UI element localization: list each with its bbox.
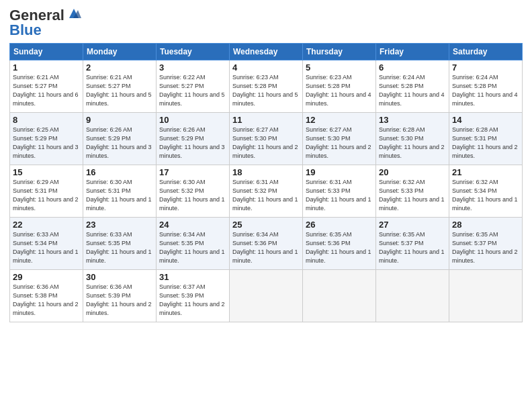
calendar-week-row: 22Sunrise: 6:33 AMSunset: 5:34 PMDayligh…	[10, 218, 523, 270]
calendar-cell	[376, 270, 449, 322]
calendar-cell: 7Sunrise: 6:24 AMSunset: 5:28 PMDaylight…	[449, 60, 523, 113]
day-number: 31	[159, 272, 226, 282]
day-number: 23	[86, 220, 153, 230]
day-number: 25	[232, 220, 300, 230]
day-number: 17	[159, 167, 226, 177]
day-number: 22	[13, 220, 80, 230]
col-tuesday: Tuesday	[157, 44, 230, 60]
calendar-cell: 26Sunrise: 6:35 AMSunset: 5:36 PMDayligh…	[303, 218, 376, 270]
calendar-cell: 21Sunrise: 6:32 AMSunset: 5:34 PMDayligh…	[449, 165, 523, 218]
calendar-cell	[230, 270, 303, 322]
day-number: 5	[306, 62, 373, 73]
day-number: 10	[159, 115, 226, 125]
calendar-cell: 19Sunrise: 6:31 AMSunset: 5:33 PMDayligh…	[303, 165, 376, 218]
day-info: Sunrise: 6:22 AMSunset: 5:27 PMDaylight:…	[159, 73, 226, 108]
day-number: 16	[86, 167, 153, 177]
day-info: Sunrise: 6:25 AMSunset: 5:29 PMDaylight:…	[13, 126, 80, 161]
day-info: Sunrise: 6:33 AMSunset: 5:35 PMDaylight:…	[86, 230, 153, 265]
day-info: Sunrise: 6:27 AMSunset: 5:30 PMDaylight:…	[306, 126, 373, 161]
calendar-cell: 9Sunrise: 6:26 AMSunset: 5:29 PMDaylight…	[83, 113, 157, 165]
calendar-cell: 17Sunrise: 6:30 AMSunset: 5:32 PMDayligh…	[157, 165, 230, 218]
calendar-cell	[303, 270, 376, 322]
calendar-cell: 11Sunrise: 6:27 AMSunset: 5:30 PMDayligh…	[230, 113, 303, 165]
calendar-cell: 15Sunrise: 6:29 AMSunset: 5:31 PMDayligh…	[10, 165, 83, 218]
day-info: Sunrise: 6:34 AMSunset: 5:36 PMDaylight:…	[232, 230, 300, 265]
calendar-cell: 8Sunrise: 6:25 AMSunset: 5:29 PMDaylight…	[10, 113, 83, 165]
calendar-cell: 18Sunrise: 6:31 AMSunset: 5:32 PMDayligh…	[230, 165, 303, 218]
day-info: Sunrise: 6:31 AMSunset: 5:33 PMDaylight:…	[306, 178, 373, 213]
day-info: Sunrise: 6:32 AMSunset: 5:33 PMDaylight:…	[379, 178, 446, 213]
calendar-cell	[449, 270, 523, 322]
day-info: Sunrise: 6:37 AMSunset: 5:39 PMDaylight:…	[159, 283, 226, 318]
day-number: 20	[379, 167, 446, 177]
day-number: 6	[379, 62, 446, 73]
calendar-cell: 20Sunrise: 6:32 AMSunset: 5:33 PMDayligh…	[376, 165, 449, 218]
main-container: General Blue Sunday Monday Tuesday Wedne…	[0, 0, 532, 328]
calendar-cell: 31Sunrise: 6:37 AMSunset: 5:39 PMDayligh…	[157, 270, 230, 322]
calendar-cell: 29Sunrise: 6:36 AMSunset: 5:38 PMDayligh…	[10, 270, 83, 322]
calendar-cell: 25Sunrise: 6:34 AMSunset: 5:36 PMDayligh…	[230, 218, 303, 270]
day-info: Sunrise: 6:21 AMSunset: 5:27 PMDaylight:…	[13, 73, 80, 108]
day-info: Sunrise: 6:32 AMSunset: 5:34 PMDaylight:…	[452, 178, 519, 213]
col-monday: Monday	[83, 44, 157, 60]
calendar-table: Sunday Monday Tuesday Wednesday Thursday…	[9, 43, 523, 322]
day-number: 26	[306, 220, 373, 230]
day-number: 9	[86, 115, 153, 125]
calendar-cell: 24Sunrise: 6:34 AMSunset: 5:35 PMDayligh…	[157, 218, 230, 270]
calendar-week-row: 15Sunrise: 6:29 AMSunset: 5:31 PMDayligh…	[10, 165, 523, 218]
day-number: 1	[13, 62, 80, 73]
day-info: Sunrise: 6:26 AMSunset: 5:29 PMDaylight:…	[159, 126, 226, 161]
page-header: General Blue	[9, 7, 523, 39]
day-info: Sunrise: 6:36 AMSunset: 5:39 PMDaylight:…	[86, 283, 153, 318]
day-number: 24	[159, 220, 226, 230]
day-number: 2	[86, 62, 153, 73]
logo: General Blue	[9, 7, 81, 39]
calendar-cell: 12Sunrise: 6:27 AMSunset: 5:30 PMDayligh…	[303, 113, 376, 165]
calendar-cell: 13Sunrise: 6:28 AMSunset: 5:30 PMDayligh…	[376, 113, 449, 165]
day-number: 11	[232, 115, 300, 125]
day-info: Sunrise: 6:26 AMSunset: 5:29 PMDaylight:…	[86, 126, 153, 161]
calendar-cell: 4Sunrise: 6:23 AMSunset: 5:28 PMDaylight…	[230, 60, 303, 113]
calendar-cell: 27Sunrise: 6:35 AMSunset: 5:37 PMDayligh…	[376, 218, 449, 270]
day-info: Sunrise: 6:24 AMSunset: 5:28 PMDaylight:…	[452, 73, 519, 108]
day-number: 28	[452, 220, 519, 230]
day-number: 7	[452, 62, 519, 73]
calendar-cell: 1Sunrise: 6:21 AMSunset: 5:27 PMDaylight…	[10, 60, 83, 113]
day-info: Sunrise: 6:29 AMSunset: 5:31 PMDaylight:…	[13, 178, 80, 213]
day-info: Sunrise: 6:35 AMSunset: 5:36 PMDaylight:…	[306, 230, 373, 265]
col-wednesday: Wednesday	[230, 44, 303, 60]
day-number: 19	[306, 167, 373, 177]
calendar-week-row: 29Sunrise: 6:36 AMSunset: 5:38 PMDayligh…	[10, 270, 523, 322]
col-friday: Friday	[376, 44, 449, 60]
day-number: 21	[452, 167, 519, 177]
calendar-cell: 30Sunrise: 6:36 AMSunset: 5:39 PMDayligh…	[83, 270, 157, 322]
col-thursday: Thursday	[303, 44, 376, 60]
day-number: 14	[452, 115, 519, 125]
day-info: Sunrise: 6:28 AMSunset: 5:30 PMDaylight:…	[379, 126, 446, 161]
day-number: 29	[13, 272, 80, 282]
day-info: Sunrise: 6:30 AMSunset: 5:32 PMDaylight:…	[159, 178, 226, 213]
day-number: 8	[13, 115, 80, 125]
calendar-week-row: 8Sunrise: 6:25 AMSunset: 5:29 PMDaylight…	[10, 113, 523, 165]
day-number: 27	[379, 220, 446, 230]
calendar-cell: 6Sunrise: 6:24 AMSunset: 5:28 PMDaylight…	[376, 60, 449, 113]
calendar-cell: 28Sunrise: 6:35 AMSunset: 5:37 PMDayligh…	[449, 218, 523, 270]
day-info: Sunrise: 6:33 AMSunset: 5:34 PMDaylight:…	[13, 230, 80, 265]
calendar-cell: 23Sunrise: 6:33 AMSunset: 5:35 PMDayligh…	[83, 218, 157, 270]
col-saturday: Saturday	[449, 44, 523, 60]
calendar-cell: 2Sunrise: 6:21 AMSunset: 5:27 PMDaylight…	[83, 60, 157, 113]
day-info: Sunrise: 6:36 AMSunset: 5:38 PMDaylight:…	[13, 283, 80, 318]
calendar-header-row: Sunday Monday Tuesday Wednesday Thursday…	[10, 44, 523, 60]
logo-blue-text: Blue	[9, 21, 42, 39]
day-number: 15	[13, 167, 80, 177]
day-info: Sunrise: 6:35 AMSunset: 5:37 PMDaylight:…	[452, 230, 519, 265]
day-number: 3	[159, 62, 226, 73]
day-info: Sunrise: 6:21 AMSunset: 5:27 PMDaylight:…	[86, 73, 153, 108]
day-info: Sunrise: 6:31 AMSunset: 5:32 PMDaylight:…	[232, 178, 300, 213]
day-number: 30	[86, 272, 153, 282]
day-info: Sunrise: 6:28 AMSunset: 5:31 PMDaylight:…	[452, 126, 519, 161]
calendar-cell: 3Sunrise: 6:22 AMSunset: 5:27 PMDaylight…	[157, 60, 230, 113]
day-number: 12	[306, 115, 373, 125]
calendar-cell: 10Sunrise: 6:26 AMSunset: 5:29 PMDayligh…	[157, 113, 230, 165]
logo-icon	[66, 7, 81, 21]
